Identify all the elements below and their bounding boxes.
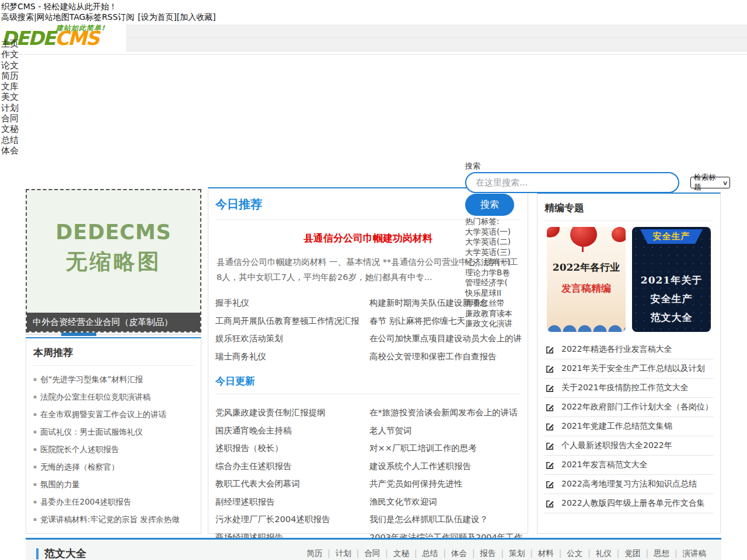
list-item[interactable]: 2022年政府部门工作计划大全（各岗位） [544, 398, 713, 417]
tag-link[interactable]: 大学英语(一) [465, 227, 512, 237]
article-link[interactable]: 工商局开展队伍教育整顿工作情况汇报 [208, 312, 362, 330]
tag-link[interactable]: 管理经济学( [465, 278, 512, 288]
nav-item[interactable]: 主页 [1, 38, 19, 49]
nav-item[interactable]: 简历 [1, 71, 19, 81]
search-input[interactable]: 在这里搜索... [465, 172, 679, 193]
article-link[interactable]: 老人节贺词 [362, 422, 528, 440]
article-link[interactable]: 高校公文管理和保密工作自查报告 [362, 348, 528, 366]
article-link[interactable]: 渔民文化节欢迎词 [362, 493, 528, 511]
nav-item[interactable]: 论文 [1, 60, 19, 71]
nav-item[interactable]: 合同 [1, 113, 19, 124]
list-item[interactable]: ▪在全市双拥暨安置工作会议上的讲话 [33, 405, 194, 423]
tag-link[interactable]: 大学英语(三) [465, 247, 512, 258]
list-item[interactable]: ▪创“先进学习型集体”材料汇报 [33, 370, 194, 388]
slide-caption[interactable]: 中外合资经营企业合同（皮革制品） [27, 313, 200, 331]
category-link[interactable]: 公文 [567, 548, 596, 558]
site-logo[interactable]: 建站如此简单! DEDECMS [0, 23, 126, 51]
article-link[interactable]: 娱乐狂欢活动策划 [208, 330, 362, 348]
article-link[interactable]: 我们是怎么样抓职工队伍建设？ [362, 510, 528, 528]
topic-link[interactable]: 2022人教版四年级上册各单元作文合集 [561, 498, 705, 509]
list-item[interactable]: 2021年党建工作总结范文集锦 [544, 417, 713, 436]
nav-item[interactable]: 作文 [1, 49, 19, 60]
nav-item[interactable]: 文秘 [1, 124, 19, 134]
topic-card-safety-2021[interactable]: 安全生产 2021年关于 安全生产 范文大全 [632, 227, 711, 332]
topic-link[interactable]: 2022高考地理复习方法和知识点总结 [561, 479, 697, 489]
tag-link[interactable]: 廉政教育读本 [465, 309, 512, 319]
article-link[interactable]: 面试礼仪：男士面试服饰礼仪 [40, 427, 143, 436]
list-item[interactable]: ▪面试礼仪：男士面试服饰礼仪 [33, 423, 194, 440]
topic-link[interactable]: 2022年精选各行业发言稿大全 [561, 344, 672, 355]
article-link[interactable]: 党风廉政建设责任制汇报提纲 [208, 404, 362, 422]
search-button[interactable]: 搜索 [465, 194, 514, 216]
topic-link[interactable]: 2021年发言稿范文大全 [561, 460, 648, 470]
quick-link[interactable]: [加入收藏] [177, 12, 216, 23]
article-link[interactable]: 建设系统个人工作述职报告 [362, 457, 528, 475]
article-link[interactable]: 对××厂职工培训工作的思考 [362, 439, 528, 457]
list-item[interactable]: 2021年关于安全生产工作总结以及计划 [544, 359, 713, 379]
article-link[interactable]: 共产党员如何保持先进性 [362, 475, 528, 493]
search-scope-select[interactable]: 检索标题 ∨ [690, 177, 730, 188]
topic-link[interactable]: 2021年关于安全生产工作总结以及计划 [561, 363, 705, 374]
list-item[interactable]: 2022年精选各行业发言稿大全 [544, 340, 713, 359]
category-link[interactable]: 报告 [480, 548, 509, 558]
topic-card-speeches-2022[interactable]: 2022年各行业 发言稿精编 [547, 227, 626, 332]
list-item[interactable]: ▪县委办主任2004述职报告 [33, 493, 194, 510]
featured-slider[interactable]: DEDECMS 无缩略图 中外合资经营企业合同（皮革制品） [26, 189, 201, 332]
tag-link[interactable]: 经济法学(一) [465, 257, 512, 268]
article-link[interactable]: 氛围的力量 [40, 480, 80, 489]
tag-link[interactable]: 快乐星球II [465, 288, 512, 299]
quick-link[interactable]: RSS订阅 [102, 12, 134, 23]
nav-item[interactable]: 美文 [1, 92, 19, 102]
list-item[interactable]: 2022高考地理复习方法和知识点总结 [544, 475, 713, 494]
slider-progress[interactable] [61, 332, 96, 336]
article-link[interactable]: 在公司加快重点项目建设动员大会上的讲 [362, 330, 528, 348]
article-link[interactable]: 创“先进学习型集体”材料汇报 [40, 374, 143, 384]
category-link[interactable]: 礼仪 [596, 548, 625, 558]
category-link[interactable]: 策划 [509, 548, 538, 558]
category-link[interactable]: 合同 [364, 548, 393, 558]
article-link[interactable]: 教职工代表大会闭幕词 [208, 475, 362, 493]
quick-link[interactable]: [设为首页] [138, 12, 177, 23]
category-link[interactable]: 计划 [336, 548, 365, 558]
quick-link[interactable]: 网站地图 [37, 12, 69, 23]
topic-link[interactable]: 个人最新述职报告大全2022年 [561, 440, 672, 451]
nav-item[interactable]: 计划 [1, 103, 19, 113]
quick-link[interactable]: TAG标签 [69, 12, 102, 23]
article-link[interactable]: 污水处理厂厂长2004述职报告 [208, 510, 362, 528]
article-link[interactable]: 在*旅游投资洽谈会新闻发布会上的讲话 [362, 404, 528, 422]
list-item[interactable]: 关于2021年疫情防控工作范文大全 [544, 379, 713, 398]
list-item[interactable]: ▪法院办公室主任职位竞职演讲稿 [33, 388, 194, 405]
topic-link[interactable]: 2022年政府部门工作计划大全（各岗位） [561, 402, 713, 412]
list-item[interactable]: ▪无悔的选择（检察官） [33, 458, 194, 475]
list-item[interactable]: 2022人教版四年级上册各单元作文合集 [544, 494, 713, 513]
article-link[interactable]: 党课讲稿材料:牢记党的宗旨 发挥余热做 [40, 514, 179, 524]
list-item[interactable]: ▪医院院长个人述职报告 [33, 440, 194, 458]
topic-link[interactable]: 关于2021年疫情防控工作范文大全 [561, 383, 689, 393]
quick-link[interactable]: 高级搜索 [1, 12, 37, 23]
category-link[interactable]: 总结 [422, 548, 451, 558]
article-link[interactable]: 握手礼仪 [208, 294, 362, 312]
article-link[interactable]: 瑞士商务礼仪 [208, 348, 362, 366]
article-link[interactable]: 医院院长个人述职报告 [40, 444, 119, 454]
list-item[interactable]: ▪氛围的力量 [33, 475, 194, 493]
list-item[interactable]: ▪党课讲稿材料:牢记党的宗旨 发挥余热做 [33, 510, 194, 528]
category-link[interactable]: 体会 [451, 548, 480, 558]
category-link[interactable]: 文秘 [393, 548, 423, 558]
nav-item[interactable]: 总结 [1, 135, 19, 145]
list-item[interactable]: 个人最新述职报告大全2022年 [544, 436, 713, 456]
article-link[interactable]: 法院办公室主任职位竞职演讲稿 [40, 392, 151, 401]
nav-item[interactable]: 体会 [1, 145, 19, 156]
article-link[interactable]: 综合办主任述职报告 [208, 457, 362, 475]
category-link[interactable]: 党团 [624, 548, 654, 558]
tag-link[interactable]: 廉政文化演讲 [465, 318, 512, 329]
category-link[interactable]: 演讲稿 [683, 548, 707, 558]
category-link[interactable]: 思想 [654, 548, 683, 558]
article-link[interactable]: 述职报告（校长） [208, 439, 362, 457]
article-link[interactable]: 副经理述职报告 [208, 493, 362, 511]
nav-item[interactable]: 文库 [1, 81, 19, 92]
tag-link[interactable]: 大学英语(二) [465, 237, 512, 247]
tag-link[interactable]: 青春红丝带 [465, 298, 512, 309]
article-link[interactable]: 国庆通宵晚会主持稿 [208, 422, 362, 440]
article-link[interactable]: 无悔的选择（检察官） [40, 462, 119, 471]
list-item[interactable]: 2021年发言稿范文大全 [544, 456, 713, 475]
